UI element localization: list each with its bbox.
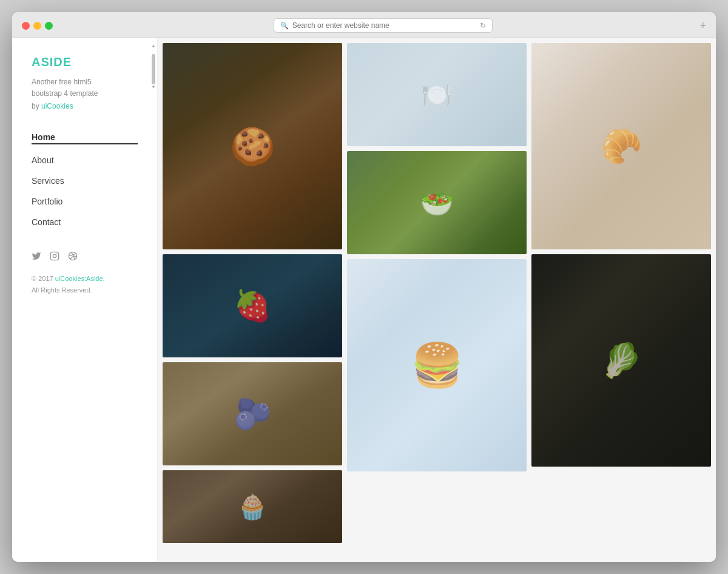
scroll-down-arrow[interactable]: ▼ <box>151 84 156 89</box>
gallery-col-right <box>531 43 711 543</box>
address-bar[interactable]: 🔍 ↻ <box>274 18 493 33</box>
browser-chrome: 🔍 ↻ + <box>12 12 716 38</box>
sidebar-scrollbar[interactable]: ▲ ▼ <box>150 38 157 562</box>
food-image-berries <box>163 362 342 465</box>
food-image-salad <box>347 151 527 254</box>
footer-brand-link[interactable]: uiCookies:Aside. <box>55 275 105 282</box>
nav-item-services[interactable]: Services <box>32 176 138 186</box>
sidebar-footer: © 2017 uiCookies:Aside. All Rights Reser… <box>32 273 138 295</box>
minimize-button[interactable] <box>33 22 41 30</box>
dribbble-icon[interactable] <box>68 251 78 261</box>
gallery-item-strawberry[interactable] <box>163 254 342 357</box>
scroll-up-arrow[interactable]: ▲ <box>151 43 156 48</box>
traffic-lights <box>22 22 53 30</box>
sidebar-social <box>32 251 138 261</box>
food-image-burger <box>347 259 527 471</box>
food-image-muffin <box>163 470 342 543</box>
close-button[interactable] <box>22 22 30 30</box>
gallery-item-muffin[interactable] <box>163 470 342 543</box>
browser-window: 🔍 ↻ + ASIDE Another free html5 bootstrap… <box>12 12 716 562</box>
sidebar: ASIDE Another free html5 bootstrap 4 tem… <box>12 38 158 562</box>
twitter-icon[interactable] <box>32 251 41 261</box>
nav-item-contact[interactable]: Contact <box>32 217 138 227</box>
food-image-caesar <box>531 254 711 467</box>
nav-item-about[interactable]: About <box>32 155 138 165</box>
gallery-item-dish[interactable] <box>347 43 527 146</box>
food-image-dish <box>347 43 527 146</box>
sidebar-nav: Home About Services Portfolio Contact <box>32 132 138 227</box>
address-input[interactable] <box>292 21 477 30</box>
svg-point-1 <box>53 255 56 258</box>
site-author: by uiCookies <box>32 102 138 110</box>
food-image-roll <box>531 43 711 249</box>
page-layout: ASIDE Another free html5 bootstrap 4 tem… <box>12 38 716 562</box>
gallery-col-center <box>347 43 527 543</box>
scroll-thumb[interactable] <box>152 54 155 84</box>
gallery-item-cookies[interactable] <box>163 43 342 249</box>
author-link[interactable]: uiCookies <box>41 102 73 110</box>
nav-menu: Home About Services Portfolio Contact <box>32 132 138 227</box>
search-icon: 🔍 <box>280 22 289 30</box>
gallery-item-caesar[interactable] <box>531 254 711 467</box>
gallery-item-roll[interactable] <box>531 43 711 249</box>
site-logo: ASIDE <box>32 55 138 69</box>
site-tagline: Another free html5 bootstrap 4 template <box>32 76 138 100</box>
svg-point-2 <box>56 254 58 255</box>
gallery-grid <box>163 43 711 543</box>
food-image-strawberry <box>163 254 342 357</box>
nav-item-home[interactable]: Home <box>32 132 138 144</box>
maximize-button[interactable] <box>45 22 53 30</box>
food-image-cookies <box>163 43 342 249</box>
add-tab-button[interactable]: + <box>700 19 707 32</box>
svg-rect-0 <box>50 252 58 260</box>
gallery-item-berries[interactable] <box>163 362 342 465</box>
instagram-icon[interactable] <box>50 251 59 261</box>
nav-item-portfolio[interactable]: Portfolio <box>32 197 138 206</box>
refresh-icon[interactable]: ↻ <box>480 21 486 30</box>
gallery-item-burger[interactable] <box>347 259 527 471</box>
main-content <box>158 38 716 562</box>
gallery-item-salad[interactable] <box>347 151 527 254</box>
gallery-col-left <box>163 43 342 543</box>
